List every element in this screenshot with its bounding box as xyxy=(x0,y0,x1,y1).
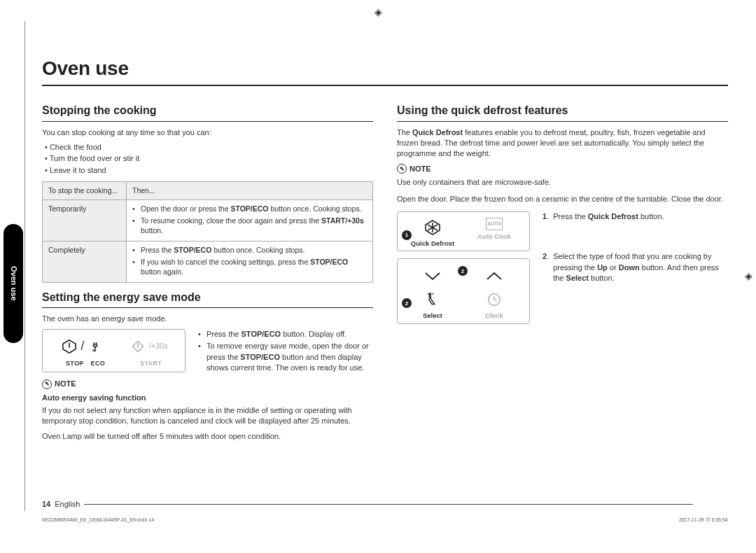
select-label: Select xyxy=(423,311,442,320)
svg-line-14 xyxy=(433,293,433,295)
table-cell: Press the STOP/ECO button once. Cooking … xyxy=(127,241,373,282)
section-energy-title: Setting the energy save mode xyxy=(42,290,373,308)
energy-intro: The oven has an energy save mode. xyxy=(42,314,373,324)
table-row: Press the STOP/ECO button once. Cooking … xyxy=(132,245,367,255)
eco-label: ECO xyxy=(91,359,105,368)
note-icon: ✎ xyxy=(42,379,52,389)
note-label: NOTE xyxy=(410,164,431,174)
note-p2: Oven Lamp will be turned off after 5 min… xyxy=(42,431,373,442)
auto-cook-label: Auto Cook xyxy=(477,232,511,241)
callout-1: 1 xyxy=(402,230,412,240)
svg-line-17 xyxy=(494,300,497,301)
start-label: START xyxy=(140,359,162,368)
right-column: Using the quick defrost features The Qui… xyxy=(397,96,728,446)
section-stopping-title: Stopping the cooking xyxy=(42,103,373,121)
table-cell: Open the door or press the STOP/ECO butt… xyxy=(127,200,373,241)
step-number: 2. xyxy=(542,251,549,284)
stop-eco-panel: / /+30s xyxy=(42,329,186,373)
left-column: Stopping the cooking You can stop cookin… xyxy=(42,96,373,446)
defrost-intro: The Quick Defrost features enable you to… xyxy=(397,127,728,160)
defrost-steps: 1. Press the Quick Defrost button. 2. Se… xyxy=(542,211,728,314)
defrost-note-body: Use only containers that are microwave-s… xyxy=(397,177,728,188)
defrost-top-panel: 1 Quick Defrost AUTO xyxy=(397,211,530,251)
start-icon xyxy=(128,337,148,356)
stopping-bullets: Check the food Turn the food over or sti… xyxy=(42,142,373,176)
svg-rect-2 xyxy=(94,344,97,346)
energy-bullet: To remove energy save mode, open the doo… xyxy=(198,341,373,373)
note-header: ✎ NOTE xyxy=(42,379,373,389)
stop-icon xyxy=(59,337,79,356)
stopping-intro: You can stop cooking at any time so that… xyxy=(42,127,373,138)
slash: / xyxy=(80,337,84,355)
page-footer: 14 English xyxy=(42,499,693,510)
auto-cook-icon: AUTO xyxy=(486,218,503,230)
imprint: MS22M8054AW_EE_DE68-04445F-01_EN.indd 14… xyxy=(42,517,728,524)
step-number: 1. xyxy=(542,211,549,222)
crop-mark-right: ◈ xyxy=(745,270,752,284)
table-row: If you wish to cancel the cooking settin… xyxy=(132,257,367,277)
side-tab: Oven use xyxy=(4,224,23,343)
table-row: To resume cooking, close the door again … xyxy=(132,216,367,236)
note-p1: If you do not select any function when a… xyxy=(42,405,373,427)
note-icon: ✎ xyxy=(397,164,407,174)
quick-defrost-label: Quick Defrost xyxy=(411,239,454,248)
defrost-prep: Open the door. Place the frozen food on … xyxy=(397,194,728,204)
table-cell-label: Temporarily xyxy=(43,200,127,241)
stopping-bullet: Turn the food over or stir it xyxy=(45,153,373,164)
section-defrost-title: Using the quick defrost features xyxy=(397,103,728,121)
stopping-bullet: Check the food xyxy=(45,142,373,153)
table-header: To stop the cooking... xyxy=(43,182,127,200)
step-item: 1. Press the Quick Defrost button. xyxy=(542,211,728,222)
step-item: 2. Select the type of food that you are … xyxy=(542,251,728,284)
vertical-margin-rule xyxy=(24,21,25,511)
defrost-bottom-panel: 2 2 xyxy=(397,258,530,323)
imprint-left: MS22M8054AW_EE_DE68-04445F-01_EN.indd 14 xyxy=(42,517,154,524)
clock-icon xyxy=(484,290,504,309)
clock-label: Clock xyxy=(485,311,503,320)
defrost-panels: 1 Quick Defrost AUTO xyxy=(397,211,530,324)
note-label: NOTE xyxy=(55,379,76,389)
up-icon xyxy=(484,266,504,286)
note-header: ✎ NOTE xyxy=(397,164,728,174)
table-header: Then... xyxy=(127,182,373,200)
page-lang: English xyxy=(55,499,80,510)
snowflake-icon xyxy=(423,218,442,237)
crop-mark-top: ◈ xyxy=(374,6,382,20)
page-number: 14 xyxy=(42,499,50,510)
eco-icon xyxy=(85,337,105,356)
note-subhead: Auto energy saving function xyxy=(42,393,373,403)
down-icon xyxy=(423,266,442,286)
side-tab-label: Oven use xyxy=(8,266,18,301)
stopping-bullet: Leave it to stand xyxy=(45,165,373,176)
stopping-table: To stop the cooking... Then... Temporari… xyxy=(42,181,373,283)
stop-label: STOP xyxy=(66,359,84,368)
energy-bullet: Press the STOP/ECO button. Display off. xyxy=(198,329,373,340)
energy-bullets: Press the STOP/ECO button. Display off. … xyxy=(198,329,373,375)
page-title: Oven use xyxy=(42,55,728,86)
footer-rule xyxy=(84,504,693,505)
plus30-label: /+30s xyxy=(149,341,168,351)
svg-line-13 xyxy=(428,293,429,295)
table-row: Open the door or press the STOP/ECO butt… xyxy=(132,204,367,214)
table-cell-label: Completely xyxy=(43,241,127,282)
imprint-right: 2017-11-29 ⏱ 6:35:54 xyxy=(679,517,728,524)
select-icon xyxy=(423,290,442,309)
page-content: Oven use Oven use Stopping the cooking Y… xyxy=(42,21,728,525)
